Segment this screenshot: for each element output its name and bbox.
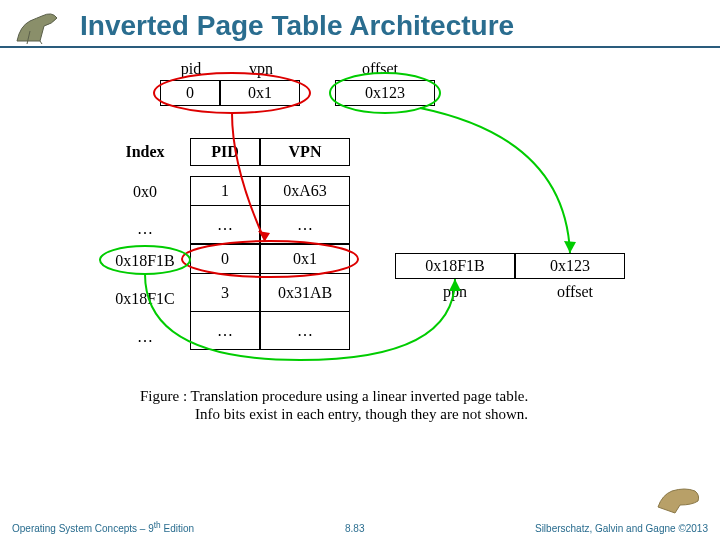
row0-index: 0x0 [115, 183, 175, 201]
caption-line2: Info bits exist in each entry, though th… [195, 406, 528, 423]
hdr-index: Index [115, 143, 175, 161]
hdr-pid: PID [190, 138, 260, 166]
row1-vpn: … [260, 206, 350, 244]
label-pid: pid [176, 60, 206, 78]
dino-right-icon [650, 477, 705, 515]
row4-vpn: … [260, 312, 350, 350]
label-ppn: ppn [440, 283, 470, 301]
row1-pid: … [190, 206, 260, 244]
row3-index: 0x18F1C [105, 290, 185, 308]
page-title: Inverted Page Table Architecture [80, 10, 720, 42]
row3-pid: 3 [190, 274, 260, 312]
va-offset-cell: 0x123 [335, 80, 435, 106]
label-vpn: vpn [246, 60, 276, 78]
footer-left: Operating System Concepts – 9th Edition [12, 520, 194, 534]
row1-index: … [130, 220, 160, 238]
pa-offset-cell: 0x123 [515, 253, 625, 279]
footer: Operating System Concepts – 9th Edition … [0, 518, 720, 540]
footer-mid: 8.83 [345, 523, 364, 534]
row2-vpn: 0x1 [260, 244, 350, 274]
row4-index: … [130, 328, 160, 346]
row4-pid: … [190, 312, 260, 350]
footer-left-sup: th [154, 520, 161, 530]
footer-left-a: Operating System Concepts – 9 [12, 523, 154, 534]
label-offset: offset [355, 60, 405, 78]
footer-left-b: Edition [161, 523, 194, 534]
caption-line1: Figure : Translation procedure using a l… [140, 388, 528, 405]
va-vpn-cell: 0x1 [220, 80, 300, 106]
diagram-content: pid vpn offset 0 0x1 0x123 Index PID VPN… [0, 48, 720, 488]
pa-ppn-cell: 0x18F1B [395, 253, 515, 279]
va-pid-cell: 0 [160, 80, 220, 106]
hdr-vpn: VPN [260, 138, 350, 166]
row3-vpn: 0x31AB [260, 274, 350, 312]
dino-left-icon [12, 6, 67, 46]
row2-pid: 0 [190, 244, 260, 274]
svg-marker-5 [564, 241, 576, 253]
label-pa-offset: offset [550, 283, 600, 301]
row0-vpn: 0xA63 [260, 176, 350, 206]
row2-index: 0x18F1B [105, 252, 185, 270]
row0-pid: 1 [190, 176, 260, 206]
footer-right: Silberschatz, Galvin and Gagne ©2013 [535, 523, 708, 534]
